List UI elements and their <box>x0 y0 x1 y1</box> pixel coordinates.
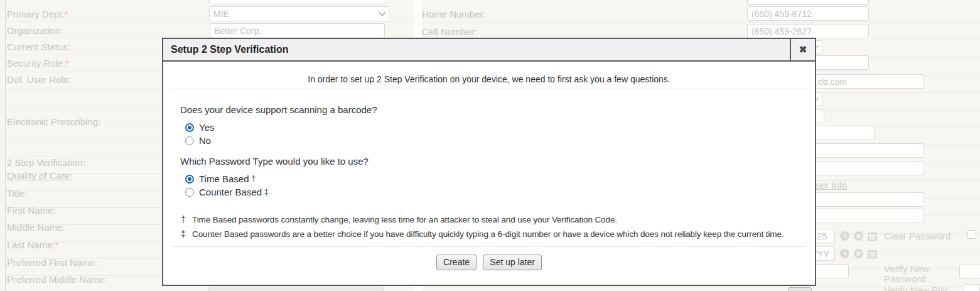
label-current-status: Current Status: <box>7 41 70 52</box>
screen: Primary Dept:* Organization: Current Sta… <box>0 0 980 291</box>
label-security-role: Security Role:* <box>7 58 69 69</box>
link-quality-of-care[interactable]: Quality of Care: <box>7 170 72 181</box>
clear-password-checkbox[interactable] <box>967 230 976 239</box>
label-last-name: Last Name:* <box>7 239 59 250</box>
footnote-time-based: † Time Based passwords constantly change… <box>181 212 806 227</box>
question-barcode: Does your device support scanning a barc… <box>180 104 815 115</box>
close-icon: ✖ <box>799 44 807 55</box>
label-home-number: Home Number: <box>422 9 486 19</box>
label-2-step-verification: 2 Step Verification: <box>7 157 85 168</box>
option-counter-based[interactable]: Counter Based ‡ <box>185 185 815 199</box>
clock-icon[interactable] <box>839 248 850 259</box>
required-asterisk: * <box>55 239 59 250</box>
label-cell-number: Cell Number: <box>422 26 477 37</box>
option-time-based[interactable]: Time Based † <box>185 172 815 185</box>
radio-no[interactable] <box>185 136 194 145</box>
setup-2-step-verification-dialog: Setup 2 Step Verification ✖ In order to … <box>162 38 816 286</box>
create-button[interactable]: Create <box>436 255 477 270</box>
radio-counter-based[interactable] <box>185 188 194 197</box>
option-yes[interactable]: Yes <box>185 121 815 134</box>
divider <box>172 246 806 247</box>
clock-icon[interactable] <box>839 231 850 241</box>
partial-input-top-left[interactable] <box>209 0 385 4</box>
question-password-type: Which Password Type would you like to us… <box>180 156 815 167</box>
label-verify-new-pin: Verify New PIN: <box>884 285 950 291</box>
label-first-name: First Name: <box>7 205 56 216</box>
dialog-title: Setup 2 Step Verification <box>163 39 790 60</box>
calendar-icon[interactable] <box>867 248 878 259</box>
primary-dept-select[interactable]: MIE <box>209 6 389 21</box>
password-type-options: Time Based † Counter Based ‡ <box>185 172 815 199</box>
home-number-input[interactable]: (650) 459-8712 <box>747 6 869 21</box>
footnotes: † Time Based passwords constantly change… <box>181 212 806 241</box>
partial-element-bottom-left[interactable] <box>208 287 384 291</box>
label-preferred-middle-name: Preferred Middle Name: <box>7 274 107 285</box>
dialog-body: In order to set up 2 Step Verification o… <box>163 74 815 270</box>
partial-element-bottom-right[interactable] <box>788 287 812 291</box>
organization-input[interactable]: Better Corp. <box>210 23 385 38</box>
label-verify-new-password: Verify New Password: <box>884 264 962 284</box>
label-organization: Organization: <box>7 25 63 36</box>
footnote-counter-based: ‡ Counter Based passwords are a better c… <box>181 227 806 241</box>
partial-input-top-right[interactable] <box>747 0 869 5</box>
radio-yes[interactable] <box>185 123 194 132</box>
dialog-header[interactable]: Setup 2 Step Verification ✖ <box>163 39 815 62</box>
label-preferred-first-name: Preferred First Name: <box>7 257 97 268</box>
label-primary-dept: Primary Dept:* <box>7 9 68 19</box>
left-border-line <box>5 0 6 291</box>
double-dagger-symbol: ‡ <box>264 187 269 196</box>
clear-icon[interactable] <box>853 231 864 241</box>
label-title: Title: <box>7 188 27 199</box>
label-clear-password: Clear Password: <box>884 231 953 241</box>
radio-time-based[interactable] <box>185 175 194 184</box>
calendar-icon[interactable] <box>867 231 878 241</box>
dagger-symbol: † <box>251 174 256 183</box>
intro-text: In order to set up 2 Step Verification o… <box>172 74 806 89</box>
option-no[interactable]: No <box>185 134 815 147</box>
required-asterisk: * <box>65 9 68 19</box>
user-info-link[interactable]: ser Info <box>816 180 847 190</box>
clear-icon[interactable] <box>853 248 864 259</box>
verify-new-password-input[interactable] <box>959 265 980 279</box>
chevron-down-icon <box>379 9 385 16</box>
label-electronic-prescribing: Electronic Prescribing: <box>7 116 100 127</box>
label-def-user-role: Def. User Role: <box>7 74 72 85</box>
close-button[interactable]: ✖ <box>790 39 815 60</box>
barcode-options: Yes No <box>185 121 815 147</box>
dialog-actions: Create Set up later <box>163 255 815 270</box>
verify-new-pin-input[interactable] <box>964 284 980 291</box>
label-middle-name: Middle Name: <box>7 222 65 233</box>
required-asterisk: * <box>65 58 69 69</box>
set-up-later-button[interactable]: Set up later <box>483 255 542 270</box>
cell-number-input[interactable]: (650) 459-2627 <box>747 24 869 38</box>
